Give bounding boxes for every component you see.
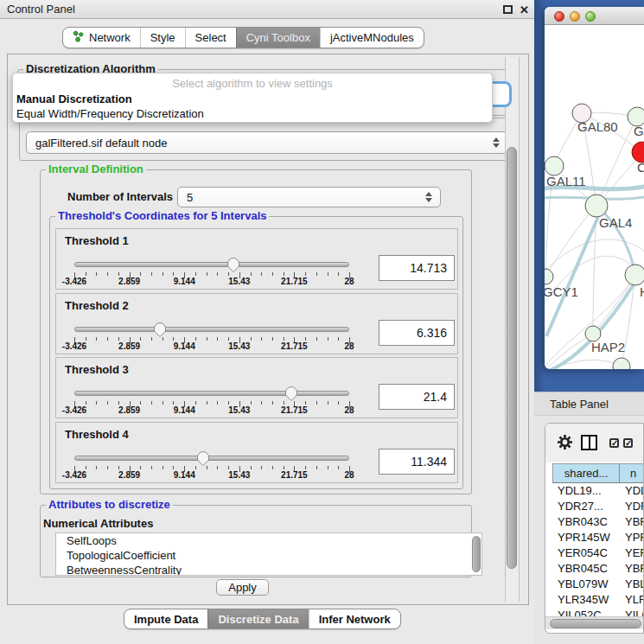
table-row[interactable]: YLR345WYLR3: [552, 592, 644, 608]
table-hscrollbar-track[interactable]: [545, 616, 644, 629]
attributes-list-scrollbar[interactable]: [472, 536, 481, 572]
table-row[interactable]: YBR045CYBR0: [552, 561, 644, 577]
table-header-row: shared... n: [552, 463, 644, 483]
network-view-window: GAL80GACGAL11GAL4GCY1HHAP2: [545, 7, 644, 369]
network-icon: [73, 30, 84, 45]
graph-node[interactable]: [585, 194, 608, 217]
column-header-name[interactable]: n: [620, 464, 644, 482]
threshold-value-field[interactable]: 14.713: [379, 255, 455, 281]
network-graph[interactable]: GAL80GACGAL11GAL4GCY1HHAP2: [545, 25, 644, 369]
tab-style[interactable]: Style: [140, 28, 185, 48]
thresholds-group-title: Threshold's Coordinates for 5 Intervals: [55, 209, 269, 222]
algorithm-option-equal-width[interactable]: Equal Width/Frequency Discretization: [16, 107, 204, 120]
tab-infer-network[interactable]: Infer Network: [309, 609, 400, 628]
slider-track[interactable]: [74, 456, 349, 461]
graph-node[interactable]: [545, 156, 564, 175]
screen: Control Panel ✕ Network Style Select Cyn…: [0, 0, 644, 644]
graph-node-label: GAL4: [599, 215, 632, 230]
slider-track[interactable]: [74, 391, 349, 396]
threshold-label: Threshold 3: [65, 363, 129, 376]
table-row[interactable]: YBL079WYBL0: [552, 577, 644, 592]
graph-node-label: GCY1: [545, 284, 578, 299]
graph-node[interactable]: [625, 265, 644, 285]
threshold-row: Threshold 2 -3.4262.8599.14415.4321.7152…: [55, 293, 458, 354]
slider-thumb[interactable]: [153, 322, 167, 338]
table-row[interactable]: YBR043CYBR0: [552, 514, 644, 530]
table-row[interactable]: YER054CYER0: [552, 545, 644, 561]
slider-tick-labels: -3.4262.8599.14415.4321.71528: [74, 277, 349, 287]
close-icon[interactable]: ✕: [520, 3, 531, 16]
threshold-row: Threshold 3 -3.4262.8599.14415.4321.7152…: [55, 357, 458, 418]
number-of-intervals-label: Number of Intervals: [67, 187, 173, 207]
table-panel-header: Table Panel: [534, 392, 644, 416]
checkbox-icon[interactable]: ✓: [609, 438, 619, 448]
tab-select[interactable]: Select: [185, 28, 236, 48]
slider-thumb[interactable]: [196, 450, 210, 467]
tab-cyni-toolbox[interactable]: Cyni Toolbox: [236, 28, 320, 48]
mac-close-icon[interactable]: [554, 11, 564, 22]
graph-node-label: HAP2: [591, 340, 625, 354]
threshold-value-field[interactable]: 6.316: [379, 320, 455, 346]
threshold-value-field[interactable]: 21.4: [379, 384, 455, 410]
threshold-label: Threshold 1: [65, 234, 129, 247]
tab-jactivemnodules[interactable]: jActiveMNodules: [320, 28, 424, 48]
slider-thumb[interactable]: [226, 257, 240, 273]
control-panel-titlebar: Control Panel: [0, 0, 534, 19]
graph-node[interactable]: [613, 358, 630, 369]
graph-node-label: GA: [634, 124, 644, 138]
mac-minimize-icon[interactable]: [570, 11, 580, 22]
combobox-spinner-icon: [425, 192, 432, 202]
top-tab-bar: Network Style Select Cyni Toolbox jActiv…: [62, 27, 424, 48]
float-window-icon[interactable]: [503, 5, 513, 14]
table-rows: YDL19...YDL1YDR27...YDR2YBR043CYBR0YPR14…: [552, 483, 644, 616]
table-row[interactable]: YDL19...YDL1: [552, 483, 644, 499]
split-pane-icon[interactable]: [581, 435, 597, 450]
algorithm-dropdown-popup: Select algorithm to view settings Manual…: [12, 73, 493, 123]
column-header-shared-name[interactable]: shared...: [552, 464, 620, 482]
mac-zoom-icon[interactable]: [585, 11, 596, 22]
table-row[interactable]: YIL052CYIL0: [552, 608, 644, 616]
table-row[interactable]: YPR145WYPR1: [552, 530, 644, 545]
attribute-item[interactable]: BetweennessCentrality: [56, 563, 481, 576]
slider-track[interactable]: [74, 262, 349, 267]
graph-node-label: GAL11: [546, 174, 586, 188]
algorithm-option-manual[interactable]: Manual Discretization: [16, 92, 132, 105]
table-data-combobox[interactable]: galFiltered.sif default node: [26, 131, 508, 154]
tab-impute-data[interactable]: Impute Data: [124, 609, 207, 628]
attribute-item[interactable]: SelfLoops: [56, 533, 481, 548]
combobox-spinner-icon: [493, 137, 500, 148]
node-table-window: ✓ ✓ shared... n YDL19...YDL1YDR27...YDR2…: [545, 423, 644, 634]
algorithm-popup-hint: Select algorithm to view settings: [13, 77, 492, 90]
threshold-slider[interactable]: [74, 255, 349, 274]
number-of-intervals-combobox[interactable]: 5: [177, 187, 441, 207]
table-hscrollbar-thumb[interactable]: [550, 619, 641, 628]
bottom-tab-bar: Impute Data Discretize Data Infer Networ…: [124, 609, 401, 629]
tab-discretize-data[interactable]: Discretize Data: [207, 609, 308, 628]
control-panel-title: Control Panel: [7, 3, 75, 16]
table-row[interactable]: YDR27...YDR2: [552, 499, 644, 514]
slider-tick-labels: -3.4262.8599.14415.4321.71528: [74, 341, 349, 352]
apply-button[interactable]: Apply: [216, 579, 269, 596]
checkbox-icon[interactable]: ✓: [623, 438, 633, 448]
attribute-item[interactable]: TopologicalCoefficient: [56, 548, 481, 563]
threshold-slider[interactable]: [74, 449, 349, 468]
table-panel-title: Table Panel: [550, 398, 609, 411]
network-window-titlebar: [545, 7, 644, 25]
interval-definition-title: Interval Definition: [46, 163, 146, 175]
numerical-attributes-label: Numerical Attributes: [43, 517, 153, 530]
slider-track[interactable]: [74, 327, 349, 332]
attributes-group-title: Attributes to discretize: [46, 498, 173, 511]
tab-network[interactable]: Network: [63, 28, 140, 48]
graph-node[interactable]: [545, 269, 553, 284]
control-panel-scrollbar-thumb[interactable]: [507, 147, 517, 569]
slider-thumb[interactable]: [284, 386, 298, 402]
threshold-slider[interactable]: [74, 384, 349, 403]
threshold-slider[interactable]: [74, 320, 349, 339]
threshold-value-field[interactable]: 11.344: [379, 449, 455, 475]
gear-icon[interactable]: [557, 434, 573, 454]
attributes-list[interactable]: SelfLoopsTopologicalCoefficientBetweenne…: [55, 532, 482, 576]
graph-node-label: C: [637, 160, 644, 175]
table-toolbar: ✓ ✓: [545, 424, 643, 462]
graph-nodes: GAL80GACGAL11GAL4GCY1HHAP2: [545, 104, 644, 369]
graph-node-label: H: [640, 284, 644, 299]
